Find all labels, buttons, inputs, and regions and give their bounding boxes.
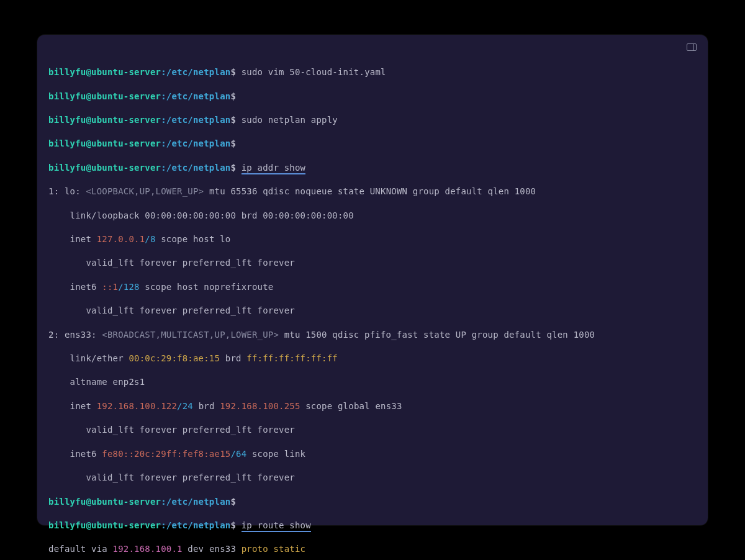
output-line: link/loopback 00:00:00:00:00:00 brd 00:0… xyxy=(48,210,697,222)
terminal-line: billyfu@ubuntu-server:/etc/netplan$ ip r… xyxy=(48,520,697,531)
output-line: 2: ens33: <BROADCAST,MULTICAST,UP,LOWER_… xyxy=(48,329,697,341)
terminal-line: billyfu@ubuntu-server:/etc/netplan$ ip a… xyxy=(48,162,697,174)
command-text: ip route show xyxy=(242,520,311,532)
terminal-line: billyfu@ubuntu-server:/etc/netplan$ sudo… xyxy=(48,66,697,78)
output-line: link/ether 00:0c:29:f8:ae:15 brd ff:ff:f… xyxy=(48,353,697,364)
output-line: 1: lo: <LOOPBACK,UP,LOWER_UP> mtu 65536 … xyxy=(48,186,697,197)
output-line: inet 127.0.0.1/8 scope host lo xyxy=(48,233,697,245)
prompt-user: billyfu@ubuntu-server xyxy=(48,67,161,77)
prompt-path: /etc/netplan xyxy=(166,67,231,77)
terminal-line: billyfu@ubuntu-server:/etc/netplan$ xyxy=(48,496,697,508)
output-line: valid_lft forever preferred_lft forever xyxy=(48,305,697,317)
output-line: altname enp2s1 xyxy=(48,376,697,388)
terminal-line: billyfu@ubuntu-server:/etc/netplan$ xyxy=(48,91,697,102)
terminal-line: billyfu@ubuntu-server:/etc/netplan$ sudo… xyxy=(48,114,697,126)
command-text: sudo netplan apply xyxy=(242,115,338,125)
output-line: inet 192.168.100.122/24 brd 192.168.100.… xyxy=(48,400,697,412)
command-text: sudo vim 50-cloud-init.yaml xyxy=(242,67,386,77)
output-line: inet6 fe80::20c:29ff:fef8:ae15/64 scope … xyxy=(48,448,697,460)
output-line: valid_lft forever preferred_lft forever xyxy=(48,424,697,436)
output-line: default via 192.168.100.1 dev ens33 prot… xyxy=(48,543,697,555)
prompt-dollar: $ xyxy=(230,67,236,77)
command-text: ip addr show xyxy=(242,163,306,174)
prompt-sep: : xyxy=(161,67,166,77)
output-line: valid_lft forever preferred_lft forever xyxy=(48,472,697,484)
terminal-line: billyfu@ubuntu-server:/etc/netplan$ xyxy=(48,138,697,150)
output-line: valid_lft forever preferred_lft forever xyxy=(48,257,697,269)
terminal-body[interactable]: billyfu@ubuntu-server:/etc/netplan$ sudo… xyxy=(48,55,697,560)
terminal-window[interactable]: billyfu@ubuntu-server:/etc/netplan$ sudo… xyxy=(37,35,708,525)
output-line: inet6 ::1/128 scope host noprefixroute xyxy=(48,281,697,293)
split-pane-icon[interactable] xyxy=(687,43,697,51)
